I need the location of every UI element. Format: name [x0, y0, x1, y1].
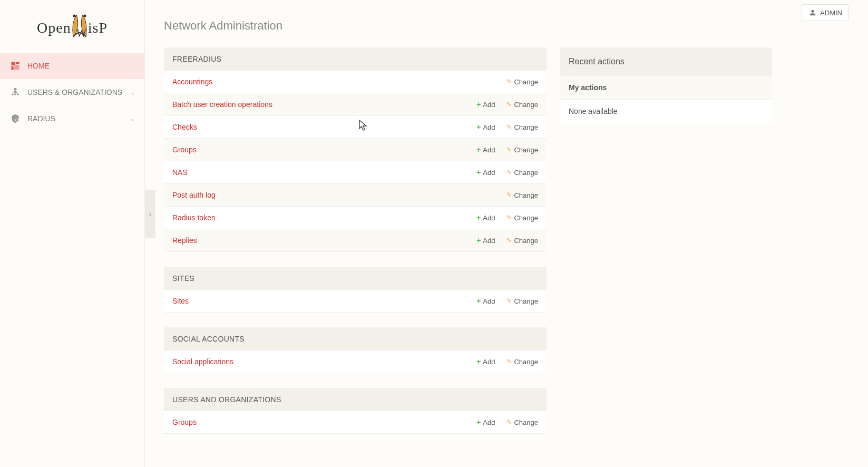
- row-actions: + Add✎ Change: [476, 145, 538, 154]
- pencil-icon: ✎: [506, 419, 512, 426]
- change-link[interactable]: ✎ Change: [506, 358, 538, 366]
- change-link[interactable]: ✎ Change: [506, 214, 538, 222]
- module-users-and-organizations: USERS AND ORGANIZATIONSGroups+ Add✎ Chan…: [164, 388, 547, 434]
- row-actions: + Add✎ Change: [476, 123, 538, 131]
- module-row: Accountings✎ Change: [164, 71, 547, 93]
- add-label: Add: [483, 419, 495, 426]
- change-label: Change: [514, 191, 538, 199]
- module-row: Sites+ Add✎ Change: [164, 290, 547, 313]
- change-link[interactable]: ✎ Change: [506, 78, 538, 86]
- change-link[interactable]: ✎ Change: [506, 101, 538, 109]
- add-link[interactable]: + Add: [476, 418, 495, 426]
- module-row: NAS+ Add✎ Change: [164, 161, 547, 184]
- model-link[interactable]: Sites: [172, 297, 189, 305]
- model-link[interactable]: Social applications: [172, 357, 233, 366]
- model-link[interactable]: NAS: [172, 168, 188, 177]
- pencil-icon: ✎: [506, 78, 512, 85]
- add-label: Add: [483, 101, 495, 109]
- modules-column: FREERADIUSAccountings✎ ChangeBatch user …: [164, 47, 547, 449]
- change-link[interactable]: ✎ Change: [506, 146, 538, 154]
- add-link[interactable]: + Add: [476, 357, 495, 366]
- change-link[interactable]: ✎ Change: [506, 191, 538, 199]
- add-link[interactable]: + Add: [476, 236, 495, 245]
- user-label: ADMIN: [820, 9, 842, 17]
- chevron-left-icon: ‹: [149, 210, 152, 218]
- sidebar-item-label: HOME: [27, 62, 50, 70]
- change-link[interactable]: ✎ Change: [506, 237, 538, 245]
- plus-icon: +: [476, 418, 481, 426]
- module-row: Checks+ Add✎ Change: [164, 116, 547, 139]
- svg-rect-6: [14, 65, 19, 70]
- add-label: Add: [483, 237, 495, 245]
- sidebar-item-users-organizations[interactable]: USERS & ORGANIZATIONS⌄: [0, 79, 144, 105]
- model-link[interactable]: Batch user creation operations: [172, 100, 272, 109]
- my-actions-label: My actions: [560, 76, 772, 100]
- model-link[interactable]: Post auth log: [172, 191, 216, 199]
- row-actions: + Add✎ Change: [476, 236, 538, 245]
- add-label: Add: [483, 123, 495, 131]
- sidebar-item-radius[interactable]: RADIUS⌄: [0, 105, 144, 132]
- plus-icon: +: [476, 100, 481, 109]
- module-header: FREERADIUS: [164, 47, 547, 71]
- pencil-icon: ✎: [506, 123, 512, 131]
- add-label: Add: [483, 297, 495, 305]
- pencil-icon: ✎: [506, 191, 512, 199]
- dashboard-icon: [9, 60, 21, 72]
- svg-point-7: [14, 88, 17, 91]
- svg-rect-8: [14, 91, 17, 92]
- pencil-icon: ✎: [506, 146, 512, 153]
- sidebar-nav: HOMEUSERS & ORGANIZATIONS⌄RADIUS⌄: [0, 53, 144, 132]
- model-link[interactable]: Groups: [172, 418, 197, 426]
- change-label: Change: [514, 123, 538, 131]
- plus-icon: +: [476, 297, 481, 305]
- add-label: Add: [483, 146, 495, 154]
- add-link[interactable]: + Add: [476, 145, 495, 154]
- svg-rect-4: [16, 62, 19, 64]
- model-link[interactable]: Groups: [172, 145, 197, 154]
- add-label: Add: [483, 358, 495, 366]
- pencil-icon: ✎: [506, 297, 512, 305]
- logo[interactable]: OpenWisP: [0, 0, 144, 53]
- user-menu-button[interactable]: ADMIN: [802, 4, 849, 21]
- add-link[interactable]: + Add: [476, 168, 495, 177]
- main-content: Network Administration FREERADIUSAccount…: [145, 0, 868, 467]
- users-icon: [9, 86, 21, 98]
- add-link[interactable]: + Add: [476, 123, 495, 131]
- module-row: Groups+ Add✎ Change: [164, 139, 547, 161]
- add-link[interactable]: + Add: [476, 213, 495, 222]
- sidebar: OpenWisP HOMEUSERS & ORGANIZATIONS⌄RADIU…: [0, 0, 145, 467]
- svg-text:W: W: [76, 27, 87, 39]
- row-actions: + Add✎ Change: [476, 168, 538, 177]
- module-social-accounts: SOCIAL ACCOUNTSSocial applications+ Add✎…: [164, 327, 547, 373]
- add-link[interactable]: + Add: [476, 297, 495, 305]
- svg-rect-5: [12, 66, 14, 70]
- svg-point-9: [12, 94, 13, 95]
- plus-icon: +: [476, 168, 481, 177]
- change-link[interactable]: ✎ Change: [506, 419, 538, 426]
- add-label: Add: [483, 169, 495, 177]
- change-link[interactable]: ✎ Change: [506, 297, 538, 305]
- module-row: Post auth log✎ Change: [164, 184, 547, 207]
- change-label: Change: [514, 101, 538, 109]
- module-row: Batch user creation operations+ Add✎ Cha…: [164, 93, 547, 116]
- model-link[interactable]: Checks: [172, 123, 197, 131]
- chevron-down-icon: ⌄: [130, 89, 135, 96]
- change-link[interactable]: ✎ Change: [506, 123, 538, 131]
- add-link[interactable]: + Add: [476, 100, 495, 109]
- row-actions: ✎ Change: [506, 78, 538, 86]
- logo-text: OpenWisP: [37, 13, 108, 40]
- module-freeradius: FREERADIUSAccountings✎ ChangeBatch user …: [164, 47, 547, 252]
- model-link[interactable]: Radius token: [172, 213, 216, 222]
- change-link[interactable]: ✎ Change: [506, 169, 538, 177]
- model-link[interactable]: Replies: [172, 236, 197, 245]
- page-title: Network Administration: [164, 19, 849, 33]
- module-row: Replies+ Add✎ Change: [164, 229, 547, 252]
- row-actions: + Add✎ Change: [476, 213, 538, 222]
- row-actions: + Add✎ Change: [476, 100, 538, 109]
- sidebar-item-home[interactable]: HOME: [0, 53, 144, 79]
- module-row: Groups+ Add✎ Change: [164, 411, 547, 434]
- pencil-icon: ✎: [506, 101, 512, 108]
- model-link[interactable]: Accountings: [172, 77, 212, 86]
- sidebar-collapse-handle[interactable]: ‹: [145, 190, 155, 238]
- sidebar-item-label: RADIUS: [27, 114, 55, 123]
